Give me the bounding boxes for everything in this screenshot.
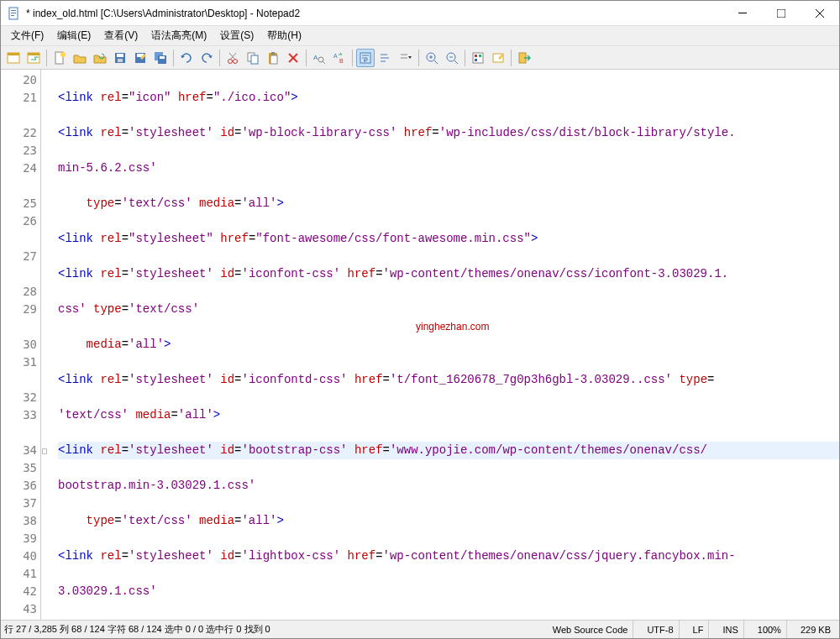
svg-point-13 — [60, 52, 66, 57]
maximize-button[interactable] — [762, 1, 801, 25]
editor[interactable]: 20 21 22 23 24 25 26 27 28 29 30 31 32 3… — [1, 70, 839, 620]
svg-text:B: B — [339, 58, 344, 64]
zoom-in-icon[interactable] — [423, 49, 441, 67]
exit-icon[interactable] — [515, 49, 533, 67]
svg-rect-5 — [777, 9, 785, 18]
scheme-icon[interactable] — [469, 49, 487, 67]
svg-line-45 — [434, 60, 438, 64]
svg-rect-52 — [475, 55, 477, 57]
menu-view[interactable]: 查看(V) — [97, 27, 144, 45]
new-window-icon[interactable] — [4, 49, 23, 67]
goto-dropdown-icon[interactable] — [396, 49, 415, 67]
word-wrap-icon[interactable] — [356, 49, 375, 67]
svg-rect-15 — [117, 54, 123, 57]
status-encoding[interactable]: UTF-8 — [642, 621, 679, 638]
show-whitespace-icon[interactable] — [376, 49, 395, 67]
find-icon[interactable]: A — [310, 49, 328, 67]
save-all-icon[interactable] — [151, 49, 170, 67]
svg-rect-11 — [28, 53, 39, 55]
svg-line-35 — [323, 61, 325, 64]
line-gutter: 20 21 22 23 24 25 26 27 28 29 30 31 32 3… — [1, 70, 41, 620]
svg-rect-27 — [251, 55, 258, 64]
redo-icon[interactable] — [197, 49, 216, 67]
svg-rect-9 — [8, 53, 19, 55]
svg-rect-3 — [11, 15, 14, 16]
settings-icon[interactable] — [489, 49, 507, 67]
close-button[interactable] — [801, 1, 839, 25]
status-eol[interactable]: LF — [688, 621, 710, 638]
minimize-button[interactable] — [723, 1, 762, 25]
menu-settings[interactable]: 设置(S) — [213, 27, 260, 45]
svg-rect-30 — [271, 52, 275, 55]
svg-line-25 — [229, 53, 235, 60]
cut-icon[interactable] — [223, 49, 242, 67]
status-zoom[interactable]: 100% — [753, 621, 787, 638]
open-icon[interactable] — [71, 49, 89, 67]
svg-line-49 — [454, 60, 458, 64]
undo-icon[interactable] — [177, 49, 196, 67]
status-size: 229 KB — [795, 621, 836, 638]
svg-rect-4 — [738, 13, 747, 13]
svg-text:A: A — [313, 54, 318, 61]
svg-rect-53 — [479, 55, 481, 57]
svg-rect-21 — [160, 56, 165, 59]
new-icon[interactable] — [50, 49, 69, 67]
reopen-icon[interactable] — [91, 49, 109, 67]
svg-rect-2 — [11, 13, 16, 13]
svg-line-24 — [230, 53, 236, 60]
svg-rect-16 — [118, 59, 123, 62]
save-icon[interactable] — [111, 49, 129, 67]
copy-icon[interactable] — [244, 49, 262, 67]
status-mode[interactable]: INS — [717, 621, 743, 638]
menubar: 文件(F) 编辑(E) 查看(V) 语法高亮(M) 设置(S) 帮助(H) — [1, 26, 839, 46]
svg-rect-54 — [475, 59, 477, 61]
svg-rect-1 — [11, 10, 16, 11]
paste-icon[interactable] — [264, 49, 282, 67]
delete-icon[interactable] — [284, 49, 302, 67]
svg-point-23 — [234, 59, 238, 63]
svg-rect-51 — [473, 53, 483, 63]
menu-edit[interactable]: 编辑(E) — [50, 27, 97, 45]
watermark: yinghezhan.com — [416, 318, 489, 336]
menu-file[interactable]: 文件(F) — [4, 27, 50, 45]
toolbar: A AB — [1, 46, 839, 70]
replace-icon[interactable]: AB — [330, 49, 349, 67]
menu-syntax[interactable]: 语法高亮(M) — [144, 27, 213, 45]
status-position: 行 27 / 3,285 列 68 / 124 字符 68 / 124 选中 0… — [4, 623, 270, 636]
svg-rect-29 — [270, 55, 277, 64]
open-window-icon[interactable] — [24, 49, 43, 67]
save-as-icon[interactable] — [131, 49, 150, 67]
statusbar: 行 27 / 3,285 列 68 / 124 字符 68 / 124 选中 0… — [1, 620, 839, 638]
app-icon — [8, 7, 21, 20]
svg-point-22 — [228, 59, 233, 63]
window-title: * index_old.html [C:\Users\Administrator… — [26, 8, 723, 19]
code-area[interactable]: <link rel="icon" href="./ico.ico"> <link… — [55, 70, 839, 620]
status-lang[interactable]: Web Source Code — [548, 621, 634, 638]
zoom-out-icon[interactable] — [443, 49, 461, 67]
titlebar: * index_old.html [C:\Users\Administrator… — [1, 1, 839, 26]
menu-help[interactable]: 帮助(H) — [260, 27, 308, 45]
svg-text:A: A — [333, 53, 338, 59]
